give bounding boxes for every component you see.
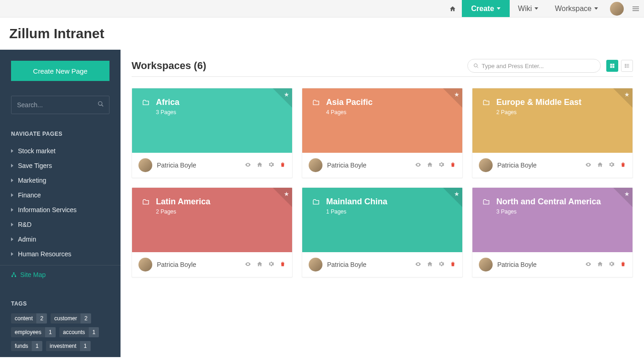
user-avatar[interactable] xyxy=(610,2,624,16)
search-icon xyxy=(98,101,104,109)
tag[interactable]: customer2 xyxy=(51,313,91,323)
svg-point-8 xyxy=(474,64,477,67)
workspace-card[interactable]: ★Asia Pacific4 PagesPatricia Boyle xyxy=(302,88,463,178)
view-icon[interactable] xyxy=(415,162,421,169)
tags-list: content2customer2employees1accounts1fund… xyxy=(11,313,109,351)
sidebar-nav-item[interactable]: Save Tigers xyxy=(0,158,121,173)
folder-icon xyxy=(141,198,150,206)
workspace-card[interactable]: ★Mainland China1 PagesPatricia Boyle xyxy=(302,187,463,277)
star-icon[interactable]: ★ xyxy=(454,191,460,197)
workspace-card[interactable]: ★Latin America2 PagesPatricia Boyle xyxy=(132,187,293,277)
view-icon[interactable] xyxy=(245,261,251,269)
delete-icon[interactable] xyxy=(280,162,286,169)
settings-icon[interactable] xyxy=(268,162,274,169)
delete-icon[interactable] xyxy=(620,261,626,269)
delete-icon[interactable] xyxy=(620,162,626,169)
nav-item-label: Information Services xyxy=(18,206,77,214)
home-icon[interactable] xyxy=(257,261,263,269)
workspace-pages: 4 Pages xyxy=(311,109,453,115)
menu-button[interactable] xyxy=(627,0,644,17)
sidebar-nav-item[interactable]: Human Resources xyxy=(0,247,121,261)
home-icon xyxy=(449,6,456,12)
home-icon[interactable] xyxy=(597,261,603,269)
view-icon[interactable] xyxy=(585,261,592,269)
tag[interactable]: employees1 xyxy=(11,327,56,337)
create-new-page-button[interactable]: Create New Page xyxy=(11,61,109,81)
star-icon[interactable]: ★ xyxy=(284,191,289,197)
view-icon[interactable] xyxy=(585,162,592,169)
tag-count: 1 xyxy=(32,341,42,351)
nav-item-label: Marketing xyxy=(18,177,46,184)
sidebar-nav-item[interactable]: Stock market xyxy=(0,144,121,158)
settings-icon[interactable] xyxy=(438,162,444,169)
workspace-label: Workspace xyxy=(555,5,592,13)
list-view-button[interactable] xyxy=(621,60,633,72)
star-icon[interactable]: ★ xyxy=(284,91,289,98)
chevron-right-icon xyxy=(11,237,13,241)
star-icon[interactable]: ★ xyxy=(624,91,630,98)
workspace-dropdown[interactable]: Workspace xyxy=(546,0,606,17)
card-header: ★Africa3 Pages xyxy=(132,88,292,153)
delete-icon[interactable] xyxy=(280,261,286,269)
grid-view-button[interactable] xyxy=(606,60,618,72)
star-icon[interactable]: ★ xyxy=(454,91,460,98)
settings-icon[interactable] xyxy=(268,261,274,269)
workspace-card[interactable]: ★Europe & Middle East2 PagesPatricia Boy… xyxy=(472,88,633,178)
workspace-card[interactable]: ★Africa3 PagesPatricia Boyle xyxy=(132,88,293,178)
navigate-pages-heading: NAVIGATE PAGES xyxy=(11,131,109,137)
workspace-pages: 2 Pages xyxy=(141,208,283,215)
home-button[interactable] xyxy=(443,0,462,17)
home-icon[interactable] xyxy=(597,162,603,169)
author-avatar xyxy=(309,258,322,271)
delete-icon[interactable] xyxy=(450,261,456,269)
tag[interactable]: content2 xyxy=(11,313,47,323)
page-title: Zillum Intranet xyxy=(0,17,644,50)
view-toggle xyxy=(606,60,633,72)
tag-count: 2 xyxy=(80,313,91,323)
svg-rect-17 xyxy=(627,66,629,66)
nav-item-label: Admin xyxy=(18,236,36,243)
home-icon[interactable] xyxy=(427,162,433,169)
sitemap-link[interactable]: Site Map xyxy=(11,271,109,278)
tag-label: content xyxy=(11,313,36,323)
settings-icon[interactable] xyxy=(438,261,444,269)
home-icon[interactable] xyxy=(427,261,433,269)
search-icon xyxy=(473,63,479,69)
home-icon[interactable] xyxy=(257,162,263,169)
wiki-dropdown[interactable]: Wiki xyxy=(510,0,546,17)
tag[interactable]: investment1 xyxy=(46,341,91,351)
card-author: Patricia Boyle xyxy=(138,158,196,172)
chevron-right-icon xyxy=(11,149,13,153)
workspace-pages: 3 Pages xyxy=(482,208,623,215)
sidebar-nav-item[interactable]: Marketing xyxy=(0,173,121,188)
sidebar-nav-item[interactable]: Admin xyxy=(0,232,121,247)
nav-item-label: Save Tigers xyxy=(18,162,52,169)
card-author: Patricia Boyle xyxy=(309,158,367,172)
workspace-card[interactable]: ★North and Central America3 PagesPatrici… xyxy=(472,187,633,277)
tags-heading: TAGS xyxy=(11,300,109,307)
sidebar-nav-item[interactable]: Information Services xyxy=(0,202,121,217)
create-dropdown[interactable]: Create xyxy=(462,0,510,17)
card-author: Patricia Boyle xyxy=(309,258,367,271)
card-author: Patricia Boyle xyxy=(479,158,537,172)
nav-item-label: Finance xyxy=(18,191,41,199)
settings-icon[interactable] xyxy=(609,261,615,269)
delete-icon[interactable] xyxy=(450,162,456,169)
card-author: Patricia Boyle xyxy=(138,258,196,271)
tag[interactable]: funds1 xyxy=(11,341,42,351)
view-icon[interactable] xyxy=(245,162,251,169)
author-avatar xyxy=(479,158,493,172)
workspace-search-input[interactable] xyxy=(482,63,595,69)
sidebar-nav-item[interactable]: R&D xyxy=(0,217,121,232)
star-icon[interactable]: ★ xyxy=(624,191,630,197)
settings-icon[interactable] xyxy=(609,162,615,169)
svg-rect-6 xyxy=(12,276,13,277)
folder-icon xyxy=(141,99,150,106)
view-icon[interactable] xyxy=(415,261,421,269)
card-footer: Patricia Boyle xyxy=(472,252,632,277)
sidebar-nav-item[interactable]: Finance xyxy=(0,188,121,202)
tag[interactable]: accounts1 xyxy=(59,327,99,337)
chevron-right-icon xyxy=(11,164,13,167)
sidebar-search-input[interactable] xyxy=(11,96,109,114)
author-name: Patricia Boyle xyxy=(157,162,196,169)
